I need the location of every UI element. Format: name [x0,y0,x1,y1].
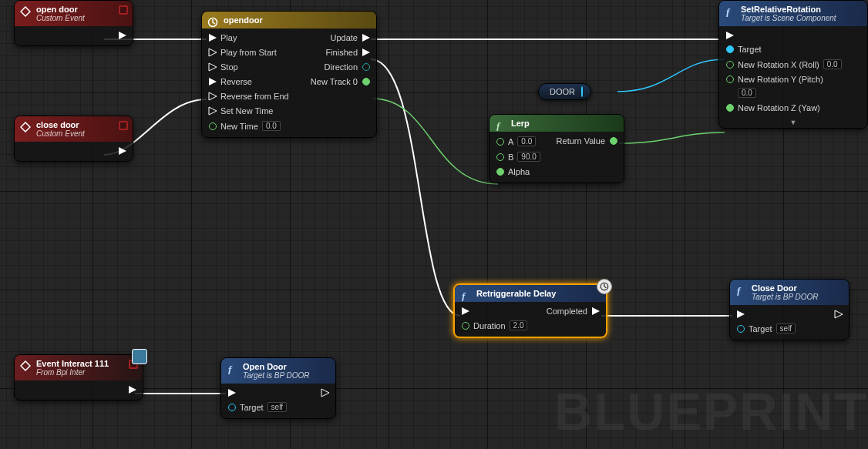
node-event-interact[interactable]: Event Interact 111 From Bpi Inter [14,354,143,400]
pin-update[interactable]: Update [331,33,370,42]
timeline-icon [207,16,219,28]
exec-in-pin[interactable] [736,310,796,318]
function-icon: f [459,290,472,302]
node-close-door-call[interactable]: f Close Door Target is BP DOOR Targetsel… [729,279,849,340]
node-open-door-event[interactable]: open door Custom Event [14,0,133,46]
event-icon [19,360,32,372]
variable-name: DOOR [550,87,575,96]
pin-set-new-time[interactable]: Set New Time [208,106,289,116]
pin-finished[interactable]: Finished [325,48,370,57]
delegate-pin[interactable] [119,5,128,15]
node-subtitle: Target is BP DOOR [243,371,329,380]
node-close-door-event[interactable]: close door Custom Event [14,116,133,162]
node-open-door-call[interactable]: f Open Door Target is BP DOOR Targetself [220,357,336,419]
node-subtitle: Custom Event [36,129,126,138]
pin-target[interactable]: Target [725,45,842,54]
pin-new-time[interactable]: New Time0.0 [208,121,289,131]
expand-icon[interactable]: ▼ [719,119,867,128]
exec-in-pin[interactable] [725,31,842,39]
node-subtitle: From Bpi Inter [36,368,136,377]
svg-text:f: f [737,285,742,296]
svg-text:f: f [726,6,731,17]
svg-text:f: f [228,364,233,374]
pin-duration[interactable]: Duration2.0 [461,320,527,330]
pin-target[interactable]: Targetself [227,402,287,412]
exec-in-pin[interactable] [461,307,527,315]
pin-rotation-x[interactable]: New Rotation X (Roll)0.0 [725,59,842,69]
pin-completed[interactable]: Completed [547,307,600,316]
pin-return-value[interactable]: Return Value [557,136,617,146]
node-title: Open Door [243,362,287,371]
pin-new-track[interactable]: New Track 0 [311,77,370,86]
function-icon: f [494,119,506,132]
function-icon: f [724,5,736,18]
node-title: close door [36,120,79,129]
pin-rotation-y[interactable]: New Rotation Y (Pitch)0.0 [725,75,841,98]
node-title: SetRelativeRotation [741,5,821,14]
node-subtitle: Target is Scene Component [741,14,861,22]
pin-alpha[interactable]: Alpha [496,167,540,176]
exec-out-pin[interactable] [321,388,329,397]
function-icon: f [735,284,747,297]
pin-reverse[interactable]: Reverse [208,77,289,86]
pin-a[interactable]: A0.0 [496,136,540,146]
exec-out-pin[interactable] [834,310,843,318]
exec-out-pin[interactable] [118,146,126,155]
custom-event-icon [19,5,32,18]
pin-reverse-from-end[interactable]: Reverse from End [208,92,289,101]
exec-in-pin[interactable] [227,388,287,397]
pin-play-from-start[interactable]: Play from Start [208,48,289,57]
node-title: Lerp [511,119,530,128]
node-title: Retriggerable Delay [476,289,556,298]
pin-direction[interactable]: Direction [325,62,370,72]
exec-out-pin[interactable] [118,31,126,39]
latent-clock-icon [597,279,612,294]
pin-stop[interactable]: Stop [208,62,289,72]
node-title: opendoor [224,15,263,25]
node-subtitle: Custom Event [36,14,126,22]
custom-event-icon [19,121,32,133]
function-icon: f [226,363,238,375]
delegate-pin[interactable] [119,121,128,130]
node-subtitle: Target is BP DOOR [752,293,843,301]
svg-text:f: f [462,290,466,301]
blueprint-watermark: BLUEPRINT [554,381,868,441]
node-title: open door [36,5,78,14]
var-out-pin[interactable] [581,87,583,96]
pin-rotation-z[interactable]: New Rotation Z (Yaw) [725,103,842,112]
svg-text:f: f [496,120,501,131]
node-title: Event Interact 111 [36,359,109,368]
exec-out-pin[interactable] [128,385,136,394]
pin-b[interactable]: B90.0 [496,152,540,162]
node-variable-door[interactable]: DOOR [538,83,591,100]
node-retriggerable-delay[interactable]: f Retriggerable Delay Duration2.0 Comple… [453,283,607,338]
pin-play[interactable]: Play [208,33,289,42]
node-title: Close Door [752,283,797,293]
interface-badge-icon [132,349,147,364]
node-lerp[interactable]: f Lerp A0.0 B90.0 Alpha Return Value [489,114,624,183]
node-set-relative-rotation[interactable]: f SetRelativeRotation Target is Scene Co… [718,0,868,129]
pin-target[interactable]: Targetself [736,323,796,333]
node-timeline-opendoor[interactable]: opendoor Play Play from Start Stop Rever… [201,11,377,138]
